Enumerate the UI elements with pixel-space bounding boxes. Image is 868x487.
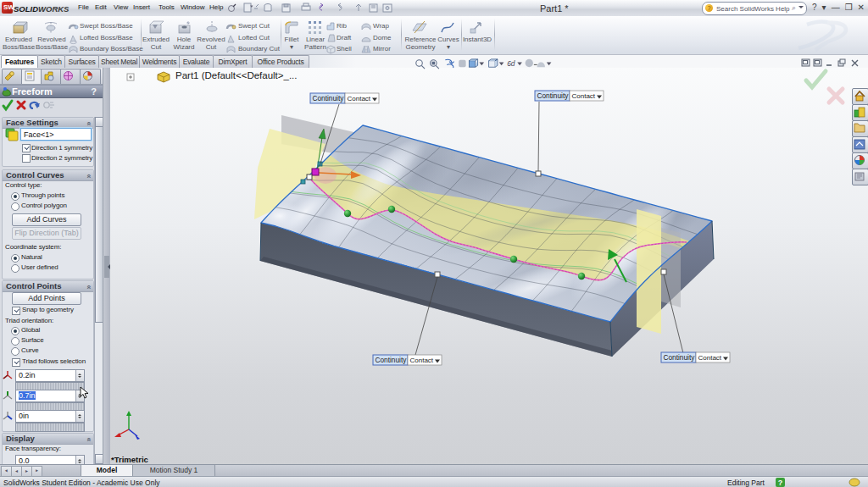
svg-text:Contact: Contact xyxy=(410,357,434,364)
svg-text:Contact: Contact xyxy=(698,354,722,362)
svg-text:Continuity: Continuity xyxy=(664,353,696,362)
svg-text:Contact: Contact xyxy=(572,92,596,100)
svg-text:Contact: Contact xyxy=(348,95,371,102)
svg-text:*Trimetric: *Trimetric xyxy=(111,455,148,464)
svg-text:Continuity: Continuity xyxy=(537,91,570,100)
svg-text:?: ? xyxy=(778,479,783,487)
svg-text:6d: 6d xyxy=(507,59,515,68)
svg-text:Continuity: Continuity xyxy=(313,94,345,102)
svg-text:Continuity: Continuity xyxy=(376,356,408,364)
